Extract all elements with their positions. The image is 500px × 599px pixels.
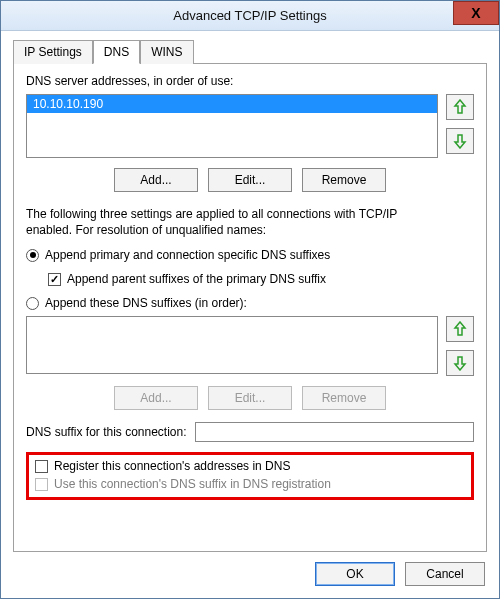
dns-suffixes-row	[26, 316, 474, 376]
dns-server-item[interactable]: 10.10.10.190	[27, 95, 437, 113]
checkbox-icon	[35, 460, 48, 473]
check-register-dns-label: Register this connection's addresses in …	[54, 459, 290, 473]
dns-servers-buttons: Add... Edit... Remove	[26, 168, 474, 192]
dns-suffix-add-button: Add...	[114, 386, 198, 410]
tab-ip-settings[interactable]: IP Settings	[13, 40, 93, 64]
arrow-down-icon	[453, 133, 467, 149]
move-down-button[interactable]	[446, 128, 474, 154]
tab-wins[interactable]: WINS	[140, 40, 193, 64]
register-dns-highlight: Register this connection's addresses in …	[26, 452, 474, 500]
resolution-info-line2: enabled. For resolution of unqualified n…	[26, 222, 474, 238]
dns-servers-reorder	[446, 94, 474, 154]
titlebar: Advanced TCP/IP Settings X	[1, 1, 499, 31]
close-icon: X	[471, 5, 480, 21]
ok-button[interactable]: OK	[315, 562, 395, 586]
dns-suffix-edit-label: Edit...	[235, 391, 266, 405]
tab-pane-dns: DNS server addresses, in order of use: 1…	[13, 63, 487, 552]
tab-ip-settings-label: IP Settings	[24, 45, 82, 59]
radio-icon	[26, 249, 39, 262]
tab-dns[interactable]: DNS	[93, 40, 140, 64]
ok-button-label: OK	[346, 567, 363, 581]
radio-append-these[interactable]: Append these DNS suffixes (in order):	[26, 296, 474, 310]
resolution-info-line1: The following three settings are applied…	[26, 206, 474, 222]
radio-append-primary[interactable]: Append primary and connection specific D…	[26, 248, 474, 262]
suffix-move-down-button[interactable]	[446, 350, 474, 376]
check-append-parent-label: Append parent suffixes of the primary DN…	[67, 272, 326, 286]
tab-dns-label: DNS	[104, 45, 129, 59]
arrow-up-icon	[453, 99, 467, 115]
dns-server-remove-label: Remove	[322, 173, 367, 187]
connection-suffix-label: DNS suffix for this connection:	[26, 425, 187, 439]
checkbox-icon	[35, 478, 48, 491]
dns-server-remove-button[interactable]: Remove	[302, 168, 386, 192]
check-register-dns[interactable]: Register this connection's addresses in …	[35, 459, 465, 473]
radio-append-these-label: Append these DNS suffixes (in order):	[45, 296, 247, 310]
radio-append-primary-label: Append primary and connection specific D…	[45, 248, 330, 262]
close-button[interactable]: X	[453, 1, 499, 25]
checkbox-icon	[48, 273, 61, 286]
dns-server-add-label: Add...	[140, 173, 171, 187]
check-use-suffix-dns: Use this connection's DNS suffix in DNS …	[35, 477, 465, 491]
cancel-button-label: Cancel	[426, 567, 463, 581]
dns-servers-label: DNS server addresses, in order of use:	[26, 74, 474, 88]
suffix-move-up-button[interactable]	[446, 316, 474, 342]
radio-icon	[26, 297, 39, 310]
content-area: IP Settings DNS WINS DNS server addresse…	[1, 31, 499, 552]
dns-suffixes-list[interactable]	[26, 316, 438, 374]
dns-suffix-remove-button: Remove	[302, 386, 386, 410]
dns-suffix-edit-button: Edit...	[208, 386, 292, 410]
check-use-suffix-dns-label: Use this connection's DNS suffix in DNS …	[54, 477, 331, 491]
cancel-button[interactable]: Cancel	[405, 562, 485, 586]
tab-wins-label: WINS	[151, 45, 182, 59]
arrow-up-icon	[453, 321, 467, 337]
dns-server-edit-label: Edit...	[235, 173, 266, 187]
resolution-info: The following three settings are applied…	[26, 206, 474, 238]
connection-suffix-input[interactable]	[195, 422, 474, 442]
dns-suffixes-reorder	[446, 316, 474, 376]
dns-suffix-add-label: Add...	[140, 391, 171, 405]
arrow-down-icon	[453, 355, 467, 371]
dns-server-edit-button[interactable]: Edit...	[208, 168, 292, 192]
window-title: Advanced TCP/IP Settings	[1, 8, 499, 23]
check-append-parent[interactable]: Append parent suffixes of the primary DN…	[48, 272, 474, 286]
dialog-window: Advanced TCP/IP Settings X IP Settings D…	[0, 0, 500, 599]
dns-servers-row: 10.10.10.190	[26, 94, 474, 158]
dns-suffixes-buttons: Add... Edit... Remove	[26, 386, 474, 410]
dns-suffix-remove-label: Remove	[322, 391, 367, 405]
tab-strip: IP Settings DNS WINS	[13, 39, 487, 63]
dialog-buttons: OK Cancel	[1, 552, 499, 598]
dns-server-add-button[interactable]: Add...	[114, 168, 198, 192]
connection-suffix-row: DNS suffix for this connection:	[26, 422, 474, 442]
dns-servers-list[interactable]: 10.10.10.190	[26, 94, 438, 158]
move-up-button[interactable]	[446, 94, 474, 120]
